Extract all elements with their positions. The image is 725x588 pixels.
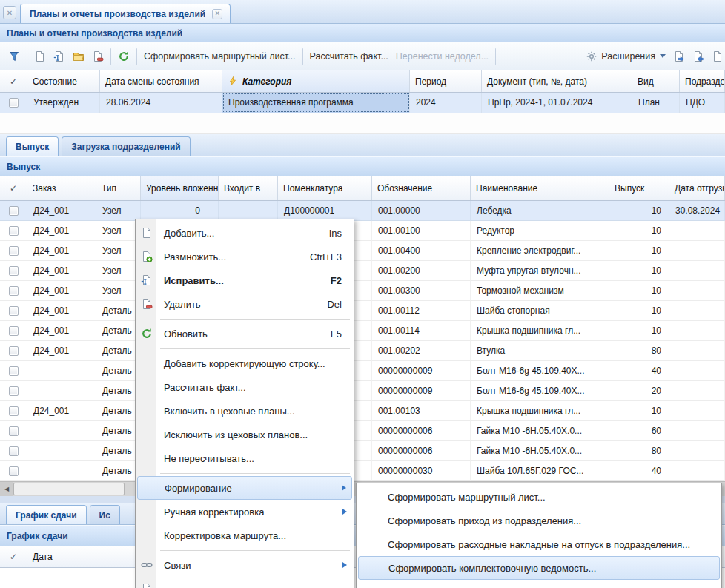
edit-button[interactable] <box>50 47 69 66</box>
tabstrip-close-button[interactable]: ✕ <box>3 6 16 19</box>
row-checkbox[interactable] <box>9 446 19 456</box>
output-grid-row[interactable]: Деталь 00000000006 Гайка М10 -6Н.05.40Х.… <box>0 441 725 461</box>
plans-grid-row[interactable]: Утвержден 28.06.2024 Производственная пр… <box>0 93 725 113</box>
output-grid-row[interactable]: Деталь 00000000030 Шайба 10Л.65Г.029 ГОС… <box>0 461 725 481</box>
refresh-button[interactable] <box>114 47 133 66</box>
col-designation[interactable]: Обозначение <box>372 176 471 200</box>
col-check[interactable]: ✓ <box>0 176 27 200</box>
panel-title: Выпуск <box>7 162 40 172</box>
menu-item-links[interactable]: Связи <box>137 553 352 577</box>
row-checkbox[interactable] <box>9 246 19 256</box>
cell-ship-date <box>669 441 725 461</box>
row-checkbox[interactable] <box>9 226 19 236</box>
menu-item-add-correction-row[interactable]: Добавить корректирующую строку... <box>137 351 352 375</box>
extensions-button[interactable]: Расширения <box>582 47 669 66</box>
row-checkbox[interactable] <box>9 286 19 296</box>
submenu-item-form-route-sheet[interactable]: Сформировать маршрутный лист... <box>358 485 720 509</box>
output-grid-row[interactable]: Д24_001 Деталь 001.00112 Шайба стопорная… <box>0 301 725 321</box>
output-grid-row[interactable]: Д24_001 Деталь 001.00103 Крышка подшипни… <box>0 401 725 421</box>
col-state-date[interactable]: Дата смены состояния <box>100 70 222 92</box>
output-grid-row[interactable]: Д24_001 Узел 001.00100 Редуктор 10 <box>0 221 725 241</box>
submenu-item-form-invoices[interactable]: Сформировать расходные накладные на отпу… <box>358 532 720 556</box>
row-checkbox[interactable] <box>9 346 19 356</box>
menu-item-refresh[interactable]: Обновить F5 <box>137 322 352 346</box>
menu-item-formation[interactable]: Формирование <box>137 476 352 500</box>
tab-zagruzka-podrazdeleniy[interactable]: Загрузка подразделений <box>62 136 190 156</box>
scroll-thumb[interactable] <box>13 483 125 495</box>
col-check[interactable]: ✓ <box>0 546 27 567</box>
row-checkbox[interactable] <box>9 406 19 416</box>
menu-item-manual-correction[interactable]: Ручная корректировка <box>137 500 352 523</box>
tab-vypusk[interactable]: Выпуск <box>6 136 59 156</box>
calc-fact-button[interactable]: Рассчитать факт... <box>306 47 392 66</box>
output-grid-row[interactable]: Д24_001 Узел 001.00200 Муфта упругая вту… <box>0 261 725 281</box>
row-checkbox-cell <box>0 381 27 401</box>
cell-category[interactable]: Производственная программа <box>222 93 410 113</box>
cell-kind: План <box>632 93 680 113</box>
menu-item-calc-fact[interactable]: Рассчитать факт... <box>137 375 352 399</box>
menu-item-include-shop-plans[interactable]: Включить в цеховые планы... <box>137 399 352 423</box>
close-icon[interactable]: ✕ <box>212 9 222 19</box>
row-checkbox[interactable] <box>9 98 19 108</box>
row-checkbox[interactable] <box>9 366 19 376</box>
col-type[interactable]: Тип <box>96 176 141 200</box>
tab-clipped[interactable]: Ис <box>90 505 120 524</box>
row-checkbox[interactable] <box>9 386 19 396</box>
output-grid-row[interactable]: Д24_001 Узел 001.00400 Крепление электро… <box>0 241 725 261</box>
col-document[interactable]: Документ (тип, №, дата) <box>482 70 632 92</box>
export-button[interactable] <box>669 47 689 66</box>
col-category[interactable]: Категория <box>222 70 410 92</box>
row-checkbox[interactable] <box>9 266 19 276</box>
output-grid-row[interactable]: Д24_001 Узел 001.00300 Тормозной механиз… <box>0 281 725 301</box>
form-route-sheet-button[interactable]: Сформировать маршрутный лист... <box>140 47 299 66</box>
menu-item-duplicate[interactable]: Размножить... Ctrl+F3 <box>137 245 352 268</box>
menu-item-edit[interactable]: Исправить... F2 <box>137 268 352 292</box>
row-checkbox[interactable] <box>9 326 19 336</box>
col-state[interactable]: Состояние <box>27 70 100 92</box>
cell-name: Крышка подшипника гл... <box>471 401 609 421</box>
menu-item-clipped[interactable] <box>137 577 352 588</box>
output-grid-row[interactable]: Д24_001 Деталь 001.00202 Втулка 80 <box>0 341 725 361</box>
col-kind[interactable]: Вид <box>632 70 680 92</box>
menu-item-delete[interactable]: Удалить Del <box>137 292 352 316</box>
menu-item-no-recalc[interactable]: Не пересчитывать... <box>137 446 352 470</box>
tab-plans-reports[interactable]: Планы и отчеты производства изделий ✕ <box>20 4 231 23</box>
col-order[interactable]: Заказ <box>27 176 96 200</box>
add-button[interactable] <box>30 47 50 66</box>
open-button[interactable] <box>69 47 88 66</box>
col-check[interactable]: ✓ <box>0 70 27 92</box>
output-grid-row[interactable]: Деталь 00000000009 Болт М16-6g 45.109.40… <box>0 361 725 381</box>
tab-grafik-sdachi[interactable]: График сдачи <box>6 505 87 524</box>
col-nesting-level[interactable]: Уровень вложенности <box>141 176 219 200</box>
menu-item-exclude-shop-plans[interactable]: Исключить из цеховых планов... <box>137 423 352 446</box>
col-department[interactable]: Подразделение <box>680 70 725 92</box>
col-period[interactable]: Период <box>410 70 482 92</box>
delete-button[interactable] <box>88 47 107 66</box>
row-checkbox[interactable] <box>9 426 19 436</box>
output-grid-row[interactable]: Деталь 00000000006 Гайка М10 -6Н.05.40Х.… <box>0 421 725 441</box>
menu-item-route-correction[interactable]: Корректировка маршрута... <box>137 523 352 547</box>
cell-designation: 001.00202 <box>372 341 471 361</box>
row-checkbox[interactable] <box>9 306 19 316</box>
col-ship-date[interactable]: Дата отгрузки <box>669 176 725 200</box>
output-grid-row[interactable]: Деталь 00000000009 Болт М16-6g 45.109.40… <box>0 381 725 401</box>
submenu-item-clipped[interactable]: Сф... <box>358 580 720 588</box>
col-output[interactable]: Выпуск <box>609 176 669 200</box>
scroll-left-button[interactable]: ◀ <box>0 482 13 496</box>
row-checkbox[interactable] <box>9 206 19 216</box>
output-grid-row[interactable]: Д24_001 Деталь 001.00114 Крышка подшипни… <box>0 321 725 341</box>
cell-output-qty: 10 <box>609 401 669 421</box>
clipped-edge-button[interactable] <box>708 47 725 66</box>
transfer-backlog-button[interactable]: Перенести недодел... <box>392 47 492 66</box>
col-nomenclature[interactable]: Номенклатура <box>278 176 372 200</box>
submenu-item-form-receipt[interactable]: Сформировать приход из подразделения... <box>358 509 720 532</box>
col-parent[interactable]: Входит в <box>219 176 278 200</box>
import-button[interactable] <box>689 47 708 66</box>
output-grid-row[interactable]: Д24_001 Узел 0 Д100000001 001.00000 Лебе… <box>0 201 725 221</box>
menu-item-add[interactable]: Добавить... Ins <box>137 221 352 245</box>
submenu-item-form-picking-list[interactable]: Сформировать комплектовочную ведомость..… <box>358 556 720 580</box>
row-checkbox[interactable] <box>9 466 19 476</box>
col-name[interactable]: Наименование <box>471 176 609 200</box>
cell-output-qty: 80 <box>609 341 669 361</box>
filter-button[interactable] <box>4 47 24 66</box>
